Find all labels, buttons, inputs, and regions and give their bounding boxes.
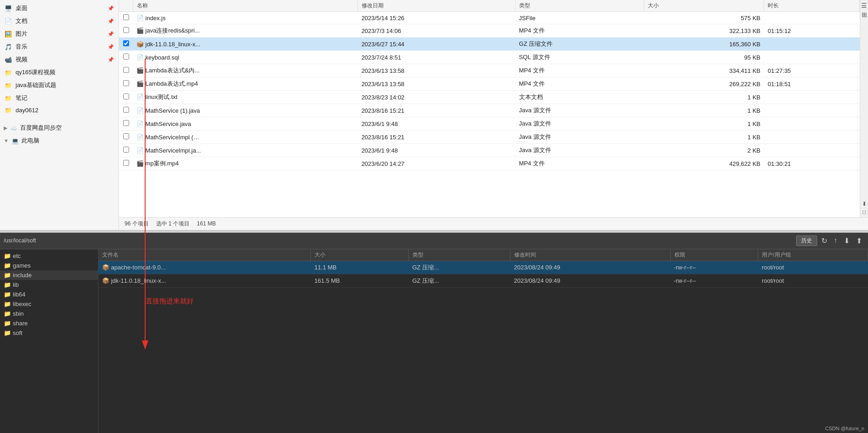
tree-item[interactable]: 📁 games xyxy=(0,261,98,270)
table-row[interactable]: 📄 linux测试.txt 2023/8/23 14:02 文本文档 1 KB xyxy=(119,91,860,104)
file-type: Java 源文件 xyxy=(515,131,644,144)
sidebar-item-qy165[interactable]: 📁 qy165课程视频 xyxy=(0,66,119,79)
upload-button[interactable]: ⬆ xyxy=(854,236,864,246)
file-type: Java 源文件 xyxy=(515,104,644,117)
file-checkbox[interactable] xyxy=(119,144,133,157)
col-duration[interactable]: 时长 xyxy=(764,0,860,12)
tree-item-label: include xyxy=(13,272,32,279)
sidebar-item-docs[interactable]: 📄 文档 📌 xyxy=(0,15,119,27)
col-size[interactable]: 大小 xyxy=(644,0,764,12)
sidebar-item-day0612[interactable]: 📁 day0612 xyxy=(0,104,119,116)
refresh-button[interactable]: ↻ xyxy=(819,236,830,246)
sidebar-item-desktop[interactable]: 🖥️ 桌面 📌 xyxy=(0,2,119,15)
file-duration xyxy=(764,12,860,24)
cloud-icon: ☁️ xyxy=(10,125,17,132)
sidebar-item-music[interactable]: 🎵 音乐 📌 xyxy=(0,40,119,53)
file-type-icon: 🎬 xyxy=(136,67,144,74)
file-type: MP4 文件 xyxy=(515,157,644,170)
tree-item[interactable]: 📁 include xyxy=(0,270,98,280)
table-row[interactable]: 📦 jdk-11.0.18_linux-x... 2023/6/27 15:44… xyxy=(119,38,860,51)
file-list: 名称 修改日期 类型 大小 时长 📄 index.js 2023/5/14 xyxy=(119,0,860,217)
file-checkbox[interactable] xyxy=(119,91,133,104)
table-row[interactable]: 📄 MathService.java 2023/6/1 9:48 Java 源文… xyxy=(119,117,860,131)
file-checkbox[interactable] xyxy=(119,131,133,144)
col-owner[interactable]: 用户/用户组 xyxy=(758,249,868,261)
file-type-icon: 🎬 xyxy=(136,80,144,87)
download-icon[interactable]: ⬇ xyxy=(862,201,867,207)
table-row[interactable]: 📄 MathServiceImpl (… 2023/8/16 15:21 Jav… xyxy=(119,131,860,144)
col-filename[interactable]: 文件名 xyxy=(98,249,311,261)
sftp-tree: 📁 etc 📁 games 📁 include 📁 lib 📁 lib64 📁 … xyxy=(0,249,98,433)
music-icon: 🎵 xyxy=(5,44,12,50)
pin-icon: 📌 xyxy=(108,31,114,37)
file-checkbox[interactable] xyxy=(119,38,133,51)
file-type-icon: 📄 xyxy=(136,121,144,127)
file-name: 🎬 java连接redis&spri... xyxy=(133,24,358,38)
file-duration xyxy=(764,91,860,104)
sftp-path: /usr/local/soft xyxy=(4,237,36,244)
table-row[interactable]: 🎬 mp案例.mp4 2023/6/20 14:27 MP4 文件 429,62… xyxy=(119,157,860,170)
sidebar-item-notes[interactable]: 📁 笔记 xyxy=(0,92,119,104)
folder-icon: 📁 xyxy=(4,272,11,279)
history-button[interactable]: 历史 xyxy=(796,236,817,246)
top-file-area: 名称 修改日期 类型 大小 时长 📄 index.js 2023/5/14 xyxy=(119,0,868,230)
file-date: 2023/6/1 9:48 xyxy=(358,117,515,131)
col-date[interactable]: 修改日期 xyxy=(358,0,515,12)
file-checkbox[interactable] xyxy=(119,51,133,64)
sidebar-item-pictures[interactable]: 🖼️ 图片 📌 xyxy=(0,27,119,40)
file-checkbox[interactable] xyxy=(119,24,133,38)
tree-item[interactable]: 📁 etc xyxy=(0,251,98,261)
file-date: 2023/6/1 9:48 xyxy=(358,144,515,157)
table-row[interactable]: 📄 keyboard.sql 2023/7/24 8:51 SQL 源文件 95… xyxy=(119,51,860,64)
table-row[interactable]: 📦 apache-tomcat-9.0... 11.1 MB GZ 压缩... … xyxy=(98,261,868,274)
folder-icon: 📁 xyxy=(5,69,12,76)
up-button[interactable]: ↑ xyxy=(831,236,840,246)
table-row[interactable]: 📄 MathServiceImpl.ja... 2023/6/1 9:48 Ja… xyxy=(119,144,860,157)
file-checkbox[interactable] xyxy=(119,104,133,117)
file-type-icon: 📦 xyxy=(102,277,109,284)
sidebar-section-baidu[interactable]: ▶ ☁️ 百度网盘同步空 xyxy=(0,121,119,134)
table-row[interactable]: 📄 MathService (1).java 2023/8/16 15:21 J… xyxy=(119,104,860,117)
tree-item[interactable]: 📁 soft xyxy=(0,328,98,338)
table-row[interactable]: 🎬 java连接redis&spri... 2023/7/3 14:06 MP4… xyxy=(119,24,860,38)
col-modified[interactable]: 修改时间 xyxy=(510,249,670,261)
col-name[interactable]: 名称 xyxy=(133,0,358,12)
col-size[interactable]: 大小 xyxy=(311,249,409,261)
file-type-icon: 📄 xyxy=(136,147,144,154)
file-checkbox[interactable] xyxy=(119,64,133,77)
tree-item[interactable]: 📁 sbin xyxy=(0,309,98,318)
file-checkbox[interactable] xyxy=(119,117,133,131)
sidebar-section-mypc[interactable]: ▼ 💻 此电脑 xyxy=(0,134,119,147)
col-type[interactable]: 类型 xyxy=(408,249,510,261)
file-checkbox[interactable] xyxy=(119,77,133,91)
table-row[interactable]: 📦 jdk-11.0.18_linux-x... 161.5 MB GZ 压缩.… xyxy=(98,274,868,287)
watermark: CSDN @future_n xyxy=(825,426,864,431)
table-row[interactable]: 🎬 Lambda表达式&内... 2023/6/13 13:58 MP4 文件 … xyxy=(119,64,860,77)
tree-item-label: games xyxy=(13,262,31,269)
docs-icon: 📄 xyxy=(5,18,12,25)
file-date: 2023/6/27 15:44 xyxy=(358,38,515,51)
tree-item[interactable]: 📁 share xyxy=(0,318,98,328)
col-type[interactable]: 类型 xyxy=(515,0,644,12)
tree-item[interactable]: 📁 libexec xyxy=(0,299,98,309)
file-type: 文本文档 xyxy=(515,91,644,104)
file-size: 1 KB xyxy=(644,104,764,117)
file-date: 2023/5/14 15:26 xyxy=(358,12,515,24)
download-button[interactable]: ⬇ xyxy=(841,236,852,246)
col-perms[interactable]: 权限 xyxy=(670,249,758,261)
sidebar-item-java[interactable]: 📁 java基础面试题 xyxy=(0,79,119,92)
file-name: 📄 MathServiceImpl (… xyxy=(133,131,358,144)
sidebar-item-videos[interactable]: 📹 视频 📌 xyxy=(0,53,119,66)
grid-view-icon[interactable]: ⊞ xyxy=(862,11,867,18)
bottom-sftp-panel: /usr/local/soft 历史 ↻ ↑ ⬇ ⬆ 📁 etc 📁 games… xyxy=(0,233,868,433)
table-row[interactable]: 📄 index.js 2023/5/14 15:26 JSFile 575 KB xyxy=(119,12,860,24)
list-view-icon[interactable]: ☰ xyxy=(861,2,867,9)
table-row[interactable]: 🎬 Lambda表达式.mp4 2023/6/13 13:58 MP4 文件 2… xyxy=(119,77,860,91)
window-icon[interactable]: □ xyxy=(863,209,866,215)
tree-item[interactable]: 📁 lib xyxy=(0,280,98,290)
file-checkbox[interactable] xyxy=(119,12,133,24)
file-type-icon: 📄 xyxy=(136,93,144,100)
file-checkbox[interactable] xyxy=(119,157,133,170)
tree-item[interactable]: 📁 lib64 xyxy=(0,290,98,299)
file-size: 334,411 KB xyxy=(644,64,764,77)
